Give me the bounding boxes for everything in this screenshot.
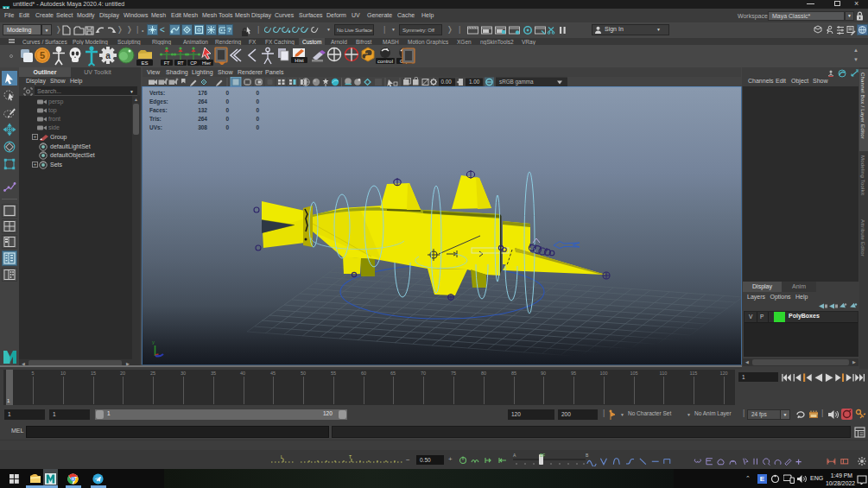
svg-text:BF: BF [540,453,545,458]
svg-text:RT: RT [177,60,184,66]
svg-text:a: a [105,51,111,60]
svg-text:1.00: 1.00 [469,79,480,85]
svg-text:CP: CP [190,60,197,66]
svg-text:L: L [281,455,283,459]
svg-text:control: control [377,59,393,64]
svg-text:FT: FT [164,60,170,66]
svg-text:y: y [152,339,155,345]
svg-text:T: T [349,455,352,459]
svg-text:A: A [513,453,516,458]
svg-text:Hist: Hist [295,58,304,63]
svg-text:sRGB gamma: sRGB gamma [499,79,534,86]
svg-text:0.00: 0.00 [441,79,453,85]
svg-text:5: 5 [40,50,45,60]
svg-text:Hier: Hier [202,60,211,66]
svg-text:ES: ES [141,60,148,66]
